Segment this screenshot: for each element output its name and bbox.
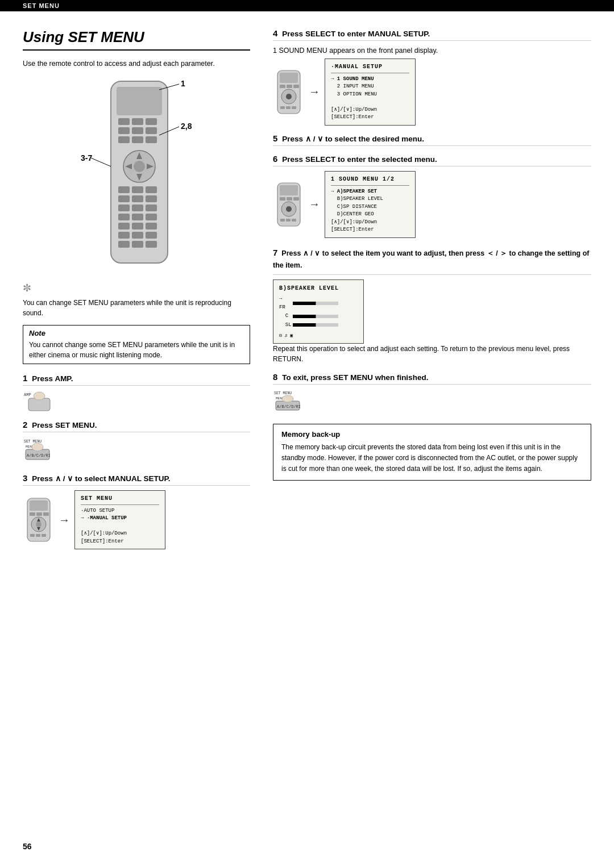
step-1-label: Press AMP. <box>32 374 73 383</box>
svg-rect-66 <box>280 85 285 88</box>
svg-rect-35 <box>118 241 130 248</box>
speaker-fr-row: → FR <box>279 295 358 312</box>
svg-rect-82 <box>286 219 291 222</box>
step-6-label: Press SELECT to enter the selected menu. <box>282 155 437 164</box>
step6-item-3: C)SP DISTANCE <box>331 203 409 211</box>
svg-rect-68 <box>293 85 299 88</box>
svg-rect-24 <box>132 205 143 211</box>
intro-text: Use the remote control to access and adj… <box>23 59 250 69</box>
step4-display-title: ·MANUAL SETUP <box>331 62 409 73</box>
speaker-fr-label: → FR <box>279 295 291 312</box>
svg-rect-20 <box>118 195 130 202</box>
svg-rect-77 <box>287 197 292 201</box>
step4-item-5: [∧]/[∨]:Up/Down <box>331 106 409 114</box>
step6-item-5: [∧]/[∨]:Up/Down <box>331 219 409 227</box>
svg-point-88 <box>282 395 293 402</box>
step3-display: SET MENU ·AUTO SETUP → ·MANUAL SETUP [∧]… <box>74 490 165 550</box>
speaker-c-label: C <box>279 312 291 320</box>
svg-rect-2 <box>118 118 130 125</box>
svg-rect-31 <box>146 223 157 229</box>
step-7-header: 7 Press ∧ / ∨ to select the item you wan… <box>273 246 591 275</box>
step3-display-item-2: → ·MANUAL SETUP <box>81 515 159 523</box>
step8-button-svg: SET MENU MENU A/B/C/D/RI <box>273 389 310 415</box>
svg-rect-1 <box>117 87 162 115</box>
speaker-sl-center <box>316 323 316 327</box>
step4-item-1: → 1 SOUND MENU <box>331 76 409 84</box>
svg-rect-21 <box>132 195 143 202</box>
svg-rect-32 <box>118 232 130 239</box>
svg-rect-6 <box>132 127 143 134</box>
svg-rect-17 <box>118 186 130 193</box>
step3-display-title: SET MENU <box>81 494 159 505</box>
svg-rect-37 <box>146 241 157 248</box>
svg-rect-81 <box>280 219 285 222</box>
svg-rect-72 <box>286 106 291 109</box>
svg-rect-34 <box>146 232 157 239</box>
step-7-diagram: B)SPEAKER LEVEL → FR C <box>273 279 591 344</box>
svg-rect-29 <box>118 223 130 229</box>
note-text: You cannot change some SET MENU paramete… <box>29 340 244 360</box>
step-5-header: 5 Press ∧ / ∨ to select the desired menu… <box>273 133 591 146</box>
svg-rect-71 <box>280 106 285 109</box>
step4-display: ·MANUAL SETUP → 1 SOUND MENU 2 INPUT MEN… <box>325 59 416 126</box>
step6-display: 1 SOUND MENU 1/2 → A)SPEAKER SET B)SPEAK… <box>325 171 416 238</box>
svg-rect-30 <box>132 223 143 229</box>
tip-text: You can change SET MENU parameters while… <box>23 298 250 318</box>
step-1-header: 1 Press AMP. <box>23 373 250 386</box>
svg-rect-61 <box>30 534 35 537</box>
top-bar-label: SET MENU <box>23 2 60 9</box>
step-7: 7 Press ∧ / ∨ to select the item you wan… <box>273 246 591 364</box>
step-3-header: 3 Press ∧ / ∨ to select MANUAL SETUP. <box>23 473 250 486</box>
step4-item-4 <box>331 98 409 106</box>
step3-arrow: → <box>59 514 70 527</box>
speaker-level-display: B)SPEAKER LEVEL → FR C <box>273 279 364 344</box>
speaker-level-title: B)SPEAKER LEVEL <box>279 283 358 293</box>
svg-text:A/B/C/D/RI: A/B/C/D/RI <box>277 404 301 409</box>
svg-rect-56 <box>43 512 49 516</box>
tip-icon: ✼ <box>23 282 250 294</box>
step-5-label: Press ∧ / ∨ to select the desired menu. <box>282 134 424 143</box>
step-4-header: 4 Press SELECT to enter MANUAL SETUP. <box>273 28 591 41</box>
svg-rect-9 <box>132 136 143 143</box>
step-2-num: 2 <box>23 420 27 429</box>
speaker-c-bar <box>293 315 338 318</box>
svg-text:AMP: AMP <box>24 393 31 397</box>
svg-rect-10 <box>146 136 157 143</box>
svg-rect-63 <box>42 534 46 537</box>
setmenu-button-svg: SET MENU MENU A/B/C/D/RI <box>23 437 63 465</box>
svg-rect-3 <box>132 118 143 125</box>
page: SET MENU Using SET MENU Use the remote c… <box>0 0 614 868</box>
svg-rect-53 <box>30 500 48 511</box>
svg-text:SET MENU: SET MENU <box>274 391 292 395</box>
amp-button-svg: AMP <box>23 390 57 412</box>
step-8-header: 8 To exit, press SET MENU when finished. <box>273 372 591 385</box>
svg-rect-67 <box>287 85 292 88</box>
step-3-label: Press ∧ / ∨ to select MANUAL SETUP. <box>32 474 170 483</box>
speaker-c-row: C <box>279 312 358 320</box>
speaker-c-fill <box>293 315 316 318</box>
step-2-header: 2 Press SET MENU. <box>23 420 250 432</box>
svg-point-51 <box>32 443 43 451</box>
step6-item-1: → A)SPEAKER SET <box>331 188 409 196</box>
note-title: Note <box>29 329 244 337</box>
page-title: Using SET MENU <box>23 28 250 51</box>
speaker-fr-fill <box>293 302 316 305</box>
svg-rect-5 <box>118 127 130 134</box>
speaker-level-icons: ⊟ ♬ ▣ <box>279 332 358 340</box>
step-1: 1 Press AMP. AMP <box>23 373 250 412</box>
step3-display-item-4: [∧]/[∨]:Up/Down <box>81 530 159 538</box>
step3-display-item-3 <box>81 523 159 531</box>
step6-item-2: B)SPEAKER LEVEL <box>331 195 409 203</box>
svg-rect-4 <box>146 118 157 125</box>
svg-rect-54 <box>30 512 35 516</box>
step-8: 8 To exit, press SET MENU when finished.… <box>273 372 591 415</box>
memory-backup-title: Memory back-up <box>281 430 583 439</box>
left-column: Using SET MENU Use the remote control to… <box>23 28 250 557</box>
speaker-sl-bar <box>293 323 338 327</box>
step4-item-3: 3 OPTION MENU <box>331 91 409 99</box>
repeat-text: Repeat this operation to select and adju… <box>273 344 591 364</box>
step6-item-6: [SELECT]:Enter <box>331 226 409 234</box>
step6-item-4: D)CENTER GEO <box>331 211 409 219</box>
step-4-num: 4 <box>273 28 277 38</box>
page-number: 56 <box>23 842 32 851</box>
